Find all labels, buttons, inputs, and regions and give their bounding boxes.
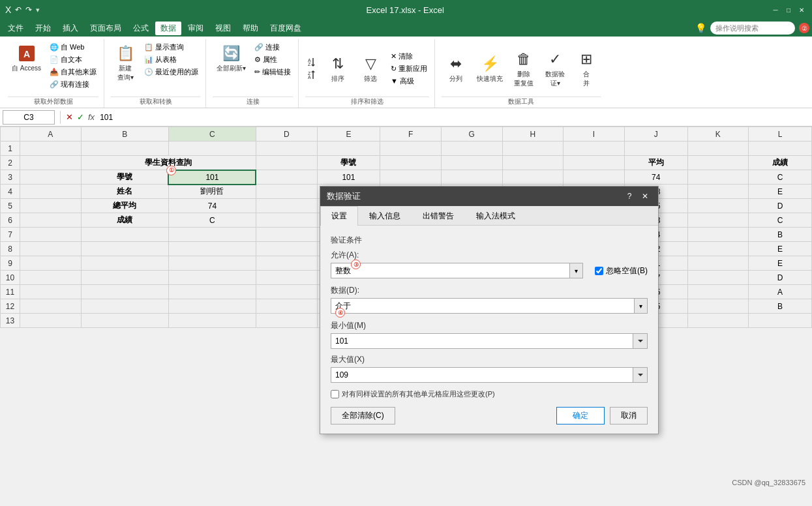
cell-k12[interactable] — [687, 299, 749, 314]
cell-i1[interactable] — [564, 141, 625, 156]
cell-a2[interactable] — [20, 156, 82, 170]
cell-d13[interactable] — [256, 314, 317, 328]
properties-button[interactable]: ⚙ 属性 — [252, 54, 293, 65]
col-header-l[interactable]: L — [749, 127, 812, 141]
cell-j1[interactable] — [624, 141, 687, 156]
cell-h2[interactable] — [502, 156, 564, 170]
cell-k9[interactable] — [687, 256, 749, 271]
col-header-j[interactable]: J — [624, 127, 687, 141]
cell-c13[interactable] — [168, 314, 256, 328]
menu-item-file[interactable]: 文件 — [3, 22, 29, 35]
allow-select-arrow[interactable]: ▾ — [569, 263, 582, 278]
max-input[interactable] — [331, 370, 633, 380]
cell-c10[interactable] — [168, 271, 256, 285]
removedup-button[interactable]: 🗑 删除 重复值 — [509, 48, 538, 89]
recentused-button[interactable]: 🕒 最近使用的源 — [142, 67, 200, 78]
sortza-button[interactable]: Z A — [305, 69, 320, 81]
col-header-g[interactable]: G — [441, 127, 502, 141]
cell-k1[interactable] — [687, 141, 749, 156]
cell-f2[interactable] — [380, 156, 442, 170]
menu-item-view[interactable]: 视图 — [210, 22, 236, 35]
cell-l3[interactable]: C — [749, 170, 812, 185]
cell-k2[interactable] — [687, 156, 749, 170]
tab-imemode[interactable]: 输入法模式 — [465, 206, 526, 226]
cell-a13[interactable] — [20, 314, 82, 328]
menu-item-baidupan[interactable]: 百度网盘 — [265, 22, 307, 35]
menu-item-data[interactable]: 数据 — [155, 22, 181, 35]
cell-a9[interactable] — [20, 256, 82, 271]
cancel-button[interactable]: 取消 — [610, 407, 648, 424]
web-button[interactable]: 🌐 自 Web — [48, 42, 98, 53]
cell-c9[interactable] — [168, 256, 256, 271]
cell-d10[interactable] — [256, 271, 317, 285]
cell-b1[interactable] — [81, 141, 168, 156]
cell-h3[interactable] — [502, 170, 564, 185]
cell-l11[interactable]: A — [749, 285, 812, 299]
data-validation-dialog[interactable]: 数据验证 ? ✕ 设置 输入信息 出错警告 输入法模式 验证条件 允许(A): — [320, 186, 659, 434]
cell-c12[interactable] — [168, 299, 256, 314]
cell-d8[interactable] — [256, 242, 317, 256]
data-select-wrapper[interactable]: 介于 ④ ▾ — [331, 298, 648, 314]
cell-k6[interactable] — [687, 213, 749, 228]
cell-a3[interactable] — [20, 170, 82, 185]
tab-erroralert[interactable]: 出错警告 — [412, 206, 465, 226]
editlinks-button[interactable]: ✏ 编辑链接 — [252, 67, 293, 78]
close-icon[interactable]: ✕ — [796, 5, 807, 15]
text-button[interactable]: 📄 自文本 — [48, 54, 98, 65]
clear-button[interactable]: ✕ 清除 — [389, 51, 429, 62]
cell-l1[interactable] — [749, 141, 812, 156]
cell-l9[interactable]: E — [749, 256, 812, 271]
max-input-collapse-btn[interactable] — [633, 368, 647, 382]
cell-c11[interactable] — [168, 285, 256, 299]
col-header-b[interactable]: B — [81, 127, 168, 141]
cell-k8[interactable] — [687, 242, 749, 256]
texttocol-button[interactable]: ⬌ 分列 — [442, 52, 470, 85]
cell-g3[interactable] — [441, 170, 502, 185]
tab-inputinfo[interactable]: 输入信息 — [358, 206, 412, 226]
filter-button[interactable]: ▽ 筛选 — [356, 52, 385, 85]
datavalidation-button[interactable]: ✓ 数据验 证▾ — [541, 48, 569, 89]
sortaz-button[interactable]: A Z — [305, 56, 320, 68]
ignore-blank-checkbox[interactable] — [595, 267, 603, 275]
consolidate-button[interactable]: ⊞ 合 并 — [572, 48, 601, 89]
cell-a10[interactable] — [20, 271, 82, 285]
fromtable-button[interactable]: 📊 从表格 — [142, 54, 200, 65]
cell-a12[interactable] — [20, 299, 82, 314]
cell-l13[interactable] — [749, 314, 812, 328]
cell-h1[interactable] — [502, 141, 564, 156]
cell-b10[interactable] — [81, 271, 168, 285]
othersource-button[interactable]: 📥 自其他来源 — [48, 67, 98, 78]
apply-all-checkbox[interactable] — [331, 390, 339, 398]
col-header-c[interactable]: C — [168, 127, 256, 141]
minimize-icon[interactable]: ─ — [770, 5, 781, 15]
cell-c8[interactable] — [168, 242, 256, 256]
cell-l8[interactable]: E — [749, 242, 812, 256]
cell-k10[interactable] — [687, 271, 749, 285]
cell-a4[interactable] — [20, 185, 82, 199]
access-button[interactable]: A 自 Access — [8, 42, 45, 74]
cell-l12[interactable]: B — [749, 299, 812, 314]
cell-e3[interactable]: 101 — [317, 170, 380, 185]
cell-d2[interactable] — [256, 156, 317, 170]
cell-k7[interactable] — [687, 228, 749, 242]
col-header-e[interactable]: E — [317, 127, 380, 141]
menu-item-help[interactable]: 帮助 — [237, 22, 263, 35]
cell-b13[interactable] — [81, 314, 168, 328]
col-header-h[interactable]: H — [502, 127, 564, 141]
cell-e2[interactable]: 學號 — [317, 156, 380, 170]
menu-item-home[interactable]: 开始 — [30, 22, 56, 35]
min-input-collapse-btn[interactable] — [633, 334, 647, 348]
cell-d6[interactable] — [256, 213, 317, 228]
cell-c6[interactable]: C — [168, 213, 256, 228]
cell-l4[interactable]: E — [749, 185, 812, 199]
menu-item-formula[interactable]: 公式 — [128, 22, 154, 35]
dialog-close-button[interactable]: ✕ — [639, 190, 652, 203]
newquery-button[interactable]: 📋 新建 查询▾ — [111, 42, 140, 83]
col-header-f[interactable]: F — [380, 127, 442, 141]
cell-d3[interactable] — [256, 170, 317, 185]
cell-k11[interactable] — [687, 285, 749, 299]
cell-l5[interactable]: D — [749, 199, 812, 213]
col-header-a[interactable]: A — [20, 127, 82, 141]
cell-k13[interactable] — [687, 314, 749, 328]
cell-c3[interactable]: ① 101 — [168, 170, 256, 185]
